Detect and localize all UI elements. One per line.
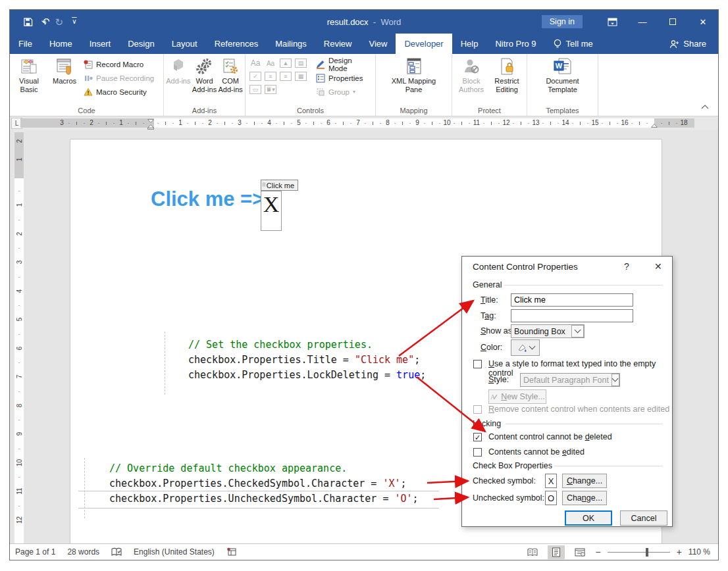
checkbox-control-icon[interactable]: ✓ [249,72,261,81]
ruler-number: 18 [680,118,687,128]
building-block-control-icon[interactable]: ▤ [295,59,307,68]
tab-view[interactable]: View [360,34,396,54]
remove-control-checkbox[interactable] [473,405,482,414]
hanging-indent-marker[interactable] [147,123,155,130]
language-indicator[interactable]: English (United States) [134,547,215,557]
ruler-number: · [84,118,86,128]
combo-box-control-icon[interactable]: ≡ [265,72,276,81]
picture-control-icon[interactable]: ▲ [280,59,292,68]
tell-me-box[interactable]: Tell me [545,34,602,54]
rich-text-control-icon[interactable]: Aa [249,59,261,68]
cancel-button[interactable]: Cancel [620,510,667,526]
ok-button[interactable]: OK [565,510,612,526]
window-title: result.docx - Word [10,17,718,27]
share-button[interactable]: Share [658,34,718,54]
macro-recording-icon[interactable] [226,547,237,557]
plain-text-control-icon[interactable]: Aa [265,59,276,68]
zoom-slider[interactable] [608,552,670,553]
ribbon: Visual Basic Macros Record Macro Pause R… [10,54,718,116]
indent-guide [84,458,85,518]
ruler-tick [254,122,255,125]
show-as-dropdown[interactable]: Bounding Box [511,324,585,338]
ruler-number: 11 [16,486,23,497]
word-addins-button[interactable]: Word Add-ins [192,55,218,106]
pause-recording-button[interactable]: Pause Recording [84,72,154,84]
page-indicator[interactable]: Page 1 of 1 [15,547,55,557]
tab-layout[interactable]: Layout [163,34,206,54]
tab-developer[interactable]: Developer [396,34,452,54]
proofing-status-icon[interactable] [111,547,122,557]
restrict-editing-button[interactable]: Restrict Editing [489,55,525,106]
ruler-number: · [409,118,411,128]
tab-references[interactable]: References [206,34,267,54]
tab-help[interactable]: Help [452,34,487,54]
title-input[interactable] [511,293,633,307]
properties-button[interactable]: Properties [316,72,373,84]
frame-border-line [78,508,439,509]
right-indent-marker[interactable] [650,122,659,128]
read-mode-button[interactable] [524,545,541,559]
change-checked-symbol-button[interactable]: Change... [562,474,607,488]
xml-mapping-pane-button[interactable]: XML Mapping Pane [384,55,444,106]
web-layout-button[interactable] [571,545,588,559]
group-button[interactable]: Group▾ [316,86,373,98]
com-addins-button[interactable]: COM Add-ins [217,55,244,106]
ribbon-tabs: FileHomeInsertDesignLayoutReferencesMail… [10,34,545,54]
checkbox-content-control[interactable]: X [261,191,282,231]
document-template-button[interactable]: W Document Template [538,55,587,106]
dropdown-list-control-icon[interactable]: ≡ [280,72,292,81]
document-area: 211·2·3·4·5·6·7·8·9·10·11·12· Click me =… [10,130,718,543]
com-addins-icon [222,58,239,75]
horizontal-ruler[interactable]: L 3211234567891011121314151618··········… [10,116,718,130]
date-picker-control-icon[interactable]: ▦ [295,72,307,81]
new-style-button[interactable]: A New Style... [488,389,546,404]
ruler-number: 3 [16,257,23,268]
tab-mailings[interactable]: Mailings [267,34,315,54]
tab-nitro-pro-9[interactable]: Nitro Pro 9 [486,34,544,54]
ruler-number: 9 [16,429,23,439]
svg-text:A: A [490,393,496,401]
ruler-tick [550,122,551,125]
design-mode-icon [316,60,325,69]
chevron-down-icon [571,325,584,337]
tab-review[interactable]: Review [315,34,361,54]
collapse-ribbon-button[interactable] [701,100,709,112]
use-style-checkbox[interactable] [473,360,482,368]
style-dropdown[interactable]: Default Paragraph Font [520,373,620,387]
repeating-section-control-icon[interactable]: ▭ [249,85,261,94]
group-label-controls: Controls [247,106,374,116]
cannot-delete-checkbox[interactable]: ✓ [473,433,482,441]
zoom-slider-thumb[interactable] [646,548,648,557]
block-authors-button[interactable]: Block Authors [454,55,489,106]
zoom-in-button[interactable]: + [677,547,682,557]
design-mode-button[interactable]: Design Mode [316,58,373,70]
tag-input[interactable] [511,309,633,322]
legacy-tools-icon[interactable]: 🖩▾ [265,85,276,94]
tab-home[interactable]: Home [41,34,81,54]
drag-handle-icon: ⠿ [262,182,265,188]
addins-button[interactable]: Add-ins [165,55,192,106]
ruler-number: · [14,474,24,480]
print-layout-button[interactable] [548,545,565,559]
cannot-edit-checkbox[interactable] [473,448,482,457]
macro-security-button[interactable]: Macro Security [84,86,154,98]
ruler-number: · [14,302,24,309]
macros-button[interactable]: Macros [47,55,82,106]
tab-insert[interactable]: Insert [81,34,120,54]
tab-file[interactable]: File [10,34,41,54]
change-unchecked-symbol-button[interactable]: Change... [562,491,607,505]
vertical-ruler[interactable]: 211·2·3·4·5·6·7·8·9·10·11·12· [14,130,24,543]
dialog-help-button[interactable]: ? [624,261,629,272]
content-control-tag[interactable]: ⠿ Click me [261,180,298,191]
zoom-level[interactable]: 110 % [689,547,710,557]
ruler-tick [136,122,136,125]
ruler-number: · [365,118,367,128]
word-count[interactable]: 28 words [67,547,99,557]
zoom-out-button[interactable]: − [595,547,600,557]
color-picker-button[interactable] [511,339,540,356]
record-macro-button[interactable]: Record Macro [84,58,154,70]
ruler-number: · [128,118,130,128]
visual-basic-button[interactable]: Visual Basic [11,55,47,106]
tab-design[interactable]: Design [119,34,163,54]
dialog-close-icon[interactable]: ✕ [654,261,662,272]
